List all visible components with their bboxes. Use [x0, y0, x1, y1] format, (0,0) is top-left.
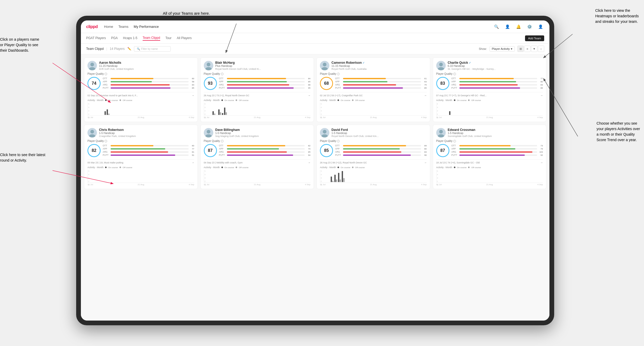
player-avatar: [204, 128, 213, 137]
quality-circle[interactable]: 83: [436, 77, 449, 90]
players-grid: Aaron Nicholls 11-15 Handicap Drift Golf…: [84, 57, 546, 189]
round-arrow[interactable]: →: [540, 161, 543, 164]
quality-stats: OTT 61 APP 63 ARG: [335, 77, 427, 90]
subnav-hcaps[interactable]: Hcaps 1-5: [123, 36, 137, 40]
quality-circle[interactable]: 93: [204, 77, 217, 90]
player-name[interactable]: Cameron Robertson ✓: [331, 61, 427, 65]
player-info: Chris Robertson 1-5 Handicap Craigmillar…: [99, 128, 194, 137]
player-info: Aaron Nicholls 11-15 Handicap Drift Golf…: [99, 61, 194, 70]
quality-row: 87 OTT 73 APP 79: [436, 144, 543, 157]
activity-label: Activity · Month On course Off course: [87, 166, 194, 169]
quality-circle[interactable]: 85: [320, 144, 333, 157]
chart-dates: 31 Jul 21 Aug 4 Sep: [436, 116, 543, 119]
quality-info-icon: i: [453, 140, 456, 142]
player-handicap: 1-5 Handicap: [215, 132, 311, 135]
quality-circle[interactable]: 87: [436, 144, 449, 157]
quality-circle[interactable]: 68: [320, 77, 333, 90]
activity-text: Activity · Month: [204, 166, 220, 169]
round-text: 26 Aug 23 | 73 (+1), Royal North Devon G…: [204, 94, 308, 97]
show-select[interactable]: Player Activity ▾: [490, 46, 515, 52]
quality-circle[interactable]: 87: [204, 144, 217, 157]
bar-off-course: [214, 114, 215, 115]
round-arrow[interactable]: →: [192, 94, 194, 97]
quality-circle[interactable]: 74: [87, 77, 101, 90]
list-view-btn[interactable]: ≡: [524, 46, 531, 52]
filter-placeholder[interactable]: Filter by name: [141, 47, 158, 50]
player-name[interactable]: Dave Billingham: [215, 128, 311, 132]
round-text: 02 Jul 23 | 59 (+17), Craigmillar Park G…: [320, 94, 424, 97]
activity-section: Activity · Month On course Off course 5 …: [204, 99, 311, 119]
svg-point-13: [90, 130, 94, 134]
quality-label: Player Quality i: [436, 140, 543, 142]
nav-teams[interactable]: Teams: [118, 25, 128, 29]
player-info: Blair McHarg Plus Handicap Royal North D…: [215, 61, 311, 70]
stat-ott: OTT 89: [335, 144, 427, 147]
player-name[interactable]: David Ford: [331, 128, 427, 132]
quality-label: Player Quality i: [87, 72, 194, 75]
subnav-pga[interactable]: PGA: [111, 36, 118, 40]
off-course-label: Off course: [123, 166, 132, 169]
subnav-team-clippd[interactable]: Team Clippd: [143, 36, 160, 41]
show-selected-value: Player Activity: [492, 47, 510, 50]
activity-chart: 5 4 3 2 1: [320, 103, 427, 116]
logo[interactable]: clippd: [86, 24, 98, 29]
bar-on-course: [449, 111, 450, 115]
grid-view-btn[interactable]: ⊞: [517, 46, 524, 52]
view-buttons: ⊞ ≡ ▼ ↕: [517, 46, 544, 52]
bell-icon-btn[interactable]: 🔔: [515, 23, 522, 30]
profile-icon-btn[interactable]: 👤: [504, 23, 511, 30]
player-name[interactable]: Aaron Nicholls: [99, 61, 194, 65]
chart-dates: 31 Jul 21 Aug 4 Sep: [204, 116, 311, 119]
player-club: Royal North Devon Golf Club, United Ki..…: [215, 67, 311, 70]
round-arrow[interactable]: →: [540, 94, 543, 97]
player-club: Drift Golf Club, United Kingdom: [99, 67, 194, 70]
player-card: Chris Robertson 1-5 Handicap Craigmillar…: [84, 125, 198, 189]
filter-view-btn[interactable]: ▼: [531, 46, 537, 52]
search-icon-btn[interactable]: 🔍: [493, 23, 500, 30]
player-name[interactable]: Blair McHarg: [215, 61, 311, 65]
stat-ott: OTT 73: [451, 144, 543, 147]
settings-icon-btn[interactable]: ⚙️: [526, 23, 533, 30]
player-header: Dave Billingham 1-5 Handicap Sog Maging …: [204, 128, 311, 137]
off-course-dot: [236, 167, 237, 168]
subnav-all-players[interactable]: All Players: [177, 36, 192, 40]
round-arrow[interactable]: →: [192, 161, 194, 164]
activity-text: Activity · Month: [87, 166, 103, 169]
activity-section: Activity · Month On course Off course 5 …: [87, 166, 194, 186]
add-team-button[interactable]: Add Team: [525, 35, 544, 41]
quality-circle[interactable]: 82: [87, 144, 101, 157]
subnav-pgat[interactable]: PGAT Players: [86, 36, 106, 40]
player-name[interactable]: Charlie Quick ✓: [448, 61, 543, 65]
activity-chart: 5 4 3 2 1: [320, 170, 427, 183]
player-handicap: 11-15 Handicap: [331, 65, 427, 67]
player-info: Charlie Quick ✓ 6-10 Handicap St. George…: [448, 61, 543, 70]
round-arrow[interactable]: →: [308, 94, 310, 97]
round-text: 07 Aug 23 | 77 (+7), St George's Hill GC…: [436, 94, 541, 97]
sort-view-btn[interactable]: ↕: [538, 46, 544, 52]
off-course-dot: [468, 99, 470, 101]
nav-home[interactable]: Home: [104, 25, 113, 29]
round-arrow[interactable]: →: [424, 94, 427, 97]
quality-stats: OTT 60 APP 58 ARG: [103, 77, 194, 90]
stat-ott: OTT 82: [219, 144, 311, 147]
player-name[interactable]: Chris Robertson: [99, 128, 194, 132]
activity-chart: 5 4 3 2 1: [204, 170, 311, 183]
player-avatar: [204, 61, 213, 70]
main-content: Aaron Nicholls 11-15 Handicap Drift Golf…: [81, 54, 549, 321]
off-course-dot: [352, 99, 354, 101]
round-arrow[interactable]: →: [308, 161, 310, 164]
stat-arg: ARG 75: [335, 83, 427, 86]
player-name[interactable]: Edward Crossman: [448, 128, 543, 132]
subnav-tour[interactable]: Tour: [165, 36, 172, 40]
quality-row: 74 OTT 60 APP 58: [87, 77, 194, 90]
avatar-icon-btn[interactable]: 👤: [537, 23, 544, 30]
quality-section: Player Quality i 82 OTT 60 APP: [87, 140, 194, 157]
off-course-dot: [120, 99, 121, 101]
edit-icon[interactable]: ✏️: [127, 47, 131, 51]
quality-section: Player Quality i 87 OTT 73 APP: [436, 140, 543, 157]
bar-on-course: [334, 175, 336, 182]
nav-performance[interactable]: My Performance: [134, 25, 159, 29]
stat-putt: PUTT 95: [219, 87, 311, 89]
round-text: 02 Sep 23 | Sunrise round to get back in…: [87, 94, 192, 97]
round-arrow[interactable]: →: [424, 161, 427, 164]
